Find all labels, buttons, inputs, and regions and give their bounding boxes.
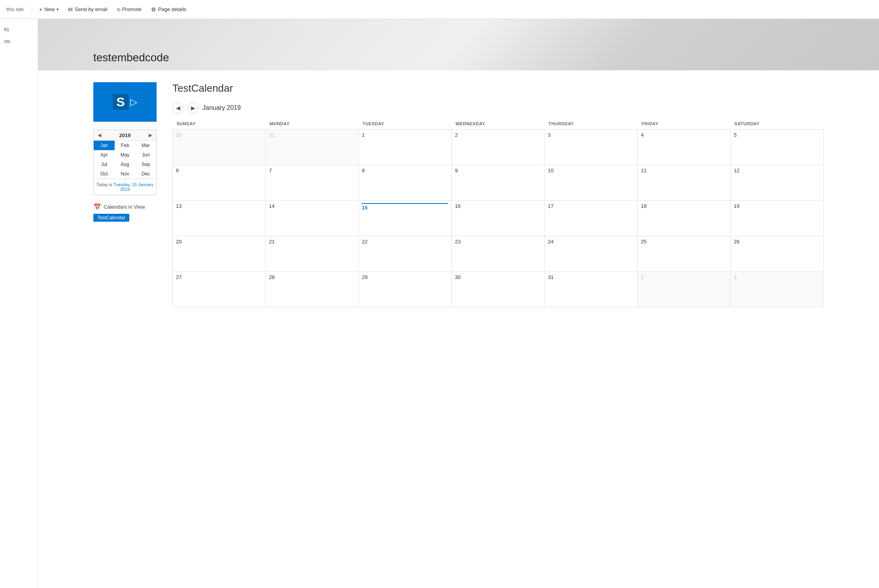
- cal-day-cell[interactable]: 29: [359, 272, 452, 307]
- cal-day-cell[interactable]: 18: [637, 201, 730, 236]
- today-link[interactable]: Tuesday, 15 January 2019: [113, 182, 154, 192]
- chevron-down-icon: ▾: [57, 7, 59, 11]
- calendar-nav: ◀ ▶ January 2019: [172, 102, 824, 113]
- cal-day-number: 31: [269, 132, 355, 138]
- col-saturday: SATURDAY: [730, 118, 823, 130]
- cal-day-number: 2: [734, 274, 820, 280]
- mini-calendar: ◀ 2019 ▶ Jan Feb Mar Apr May Jun Jul Aug…: [93, 130, 157, 195]
- sidebar-item-its[interactable]: Its: [0, 24, 38, 36]
- left-panel: S ▷ ◀ 2019 ▶ Jan Feb Mar Apr May: [93, 82, 157, 307]
- cal-day-cell[interactable]: 14: [266, 201, 359, 236]
- cal-day-cell[interactable]: 19: [730, 201, 823, 236]
- send-email-label: Send by email: [75, 6, 107, 12]
- cal-day-cell[interactable]: 26: [730, 236, 823, 272]
- cal-week-row: 272829303112: [173, 272, 824, 307]
- promote-icon: ⎋: [117, 6, 120, 13]
- right-panel: TestCalendar ◀ ▶ January 2019 SUNDAY MON…: [172, 82, 824, 307]
- cal-day-number: 30: [455, 274, 541, 280]
- toolbar-divider-1: [32, 6, 32, 13]
- cal-day-number: 29: [362, 274, 448, 280]
- site-name: this site: [6, 6, 24, 12]
- cal-day-cell[interactable]: 16: [452, 201, 544, 236]
- cal-day-cell[interactable]: 2: [730, 272, 823, 307]
- cal-day-number: 15: [362, 203, 448, 211]
- cal-day-cell[interactable]: 13: [173, 201, 266, 236]
- new-label: New: [44, 6, 55, 12]
- cal-day-cell[interactable]: 6: [173, 165, 266, 201]
- cal-next-button[interactable]: ▶: [187, 102, 198, 113]
- mini-cal-apr[interactable]: Apr: [94, 150, 115, 160]
- mini-cal-sep[interactable]: Sep: [135, 160, 156, 169]
- cal-day-cell[interactable]: 20: [173, 236, 266, 272]
- cal-day-number: 8: [362, 168, 448, 173]
- mini-cal-nov[interactable]: Nov: [115, 169, 136, 179]
- cal-day-cell[interactable]: 1: [637, 272, 730, 307]
- promote-label: Promote: [122, 6, 142, 12]
- sidebar-item-nts[interactable]: nts: [0, 36, 38, 47]
- cal-day-number: 26: [734, 239, 820, 245]
- mini-cal-dec[interactable]: Dec: [135, 169, 156, 179]
- mini-cal-may[interactable]: May: [115, 150, 136, 160]
- cal-day-cell[interactable]: 30: [452, 272, 544, 307]
- cal-day-cell[interactable]: 31: [544, 272, 637, 307]
- cal-day-number: 19: [734, 203, 820, 209]
- cal-day-number: 13: [176, 203, 262, 209]
- cal-day-cell[interactable]: 10: [544, 165, 637, 201]
- hero-banner: testembedcode: [38, 19, 879, 70]
- cal-prev-button[interactable]: ◀: [172, 102, 183, 113]
- test-calendar-badge[interactable]: TestCalendar: [93, 214, 129, 222]
- mini-cal-jul[interactable]: Jul: [94, 160, 115, 169]
- cal-day-cell[interactable]: 25: [637, 236, 730, 272]
- cal-day-number: 20: [176, 239, 262, 245]
- mini-cal-aug[interactable]: Aug: [115, 160, 136, 169]
- cal-day-number: 7: [269, 168, 355, 173]
- mini-cal-prev-btn[interactable]: ◀: [96, 132, 103, 139]
- cal-day-cell[interactable]: 21: [266, 236, 359, 272]
- cal-day-number: 12: [734, 168, 820, 173]
- new-button[interactable]: + New ▾: [35, 4, 62, 15]
- page-details-button[interactable]: ⚙ Page details: [147, 4, 191, 15]
- cal-day-cell[interactable]: 5: [730, 130, 823, 165]
- cal-day-cell[interactable]: 30: [173, 130, 266, 165]
- cal-day-number: 3: [548, 132, 634, 138]
- mini-cal-jan[interactable]: Jan: [94, 141, 115, 150]
- cal-day-cell[interactable]: 22: [359, 236, 452, 272]
- sp-arrow-icon: ▷: [130, 96, 137, 107]
- mini-cal-oct[interactable]: Oct: [94, 169, 115, 179]
- cal-day-cell[interactable]: 8: [359, 165, 452, 201]
- cal-day-number: 22: [362, 239, 448, 245]
- cal-day-cell[interactable]: 17: [544, 201, 637, 236]
- cal-day-number: 17: [548, 203, 634, 209]
- cal-week-row: 6789101112: [173, 165, 824, 201]
- cal-day-cell[interactable]: 23: [452, 236, 544, 272]
- main-content: testembedcode S ▷ ◀ 2019 ▶: [38, 19, 879, 588]
- cal-day-cell[interactable]: 15: [359, 201, 452, 236]
- cal-day-cell[interactable]: 12: [730, 165, 823, 201]
- promote-button[interactable]: ⎋ Promote: [113, 4, 146, 15]
- mini-cal-feb[interactable]: Feb: [115, 141, 136, 150]
- page-title: testembedcode: [93, 51, 169, 64]
- cal-day-number: 16: [455, 203, 541, 209]
- cal-day-cell[interactable]: 3: [544, 130, 637, 165]
- cal-day-cell[interactable]: 24: [544, 236, 637, 272]
- col-thursday: THURSDAY: [544, 118, 637, 130]
- cal-day-cell[interactable]: 11: [637, 165, 730, 201]
- mini-cal-next-btn[interactable]: ▶: [147, 132, 154, 139]
- cal-week-row: 20212223242526: [173, 236, 824, 272]
- cal-day-cell[interactable]: 27: [173, 272, 266, 307]
- cal-day-cell[interactable]: 9: [452, 165, 544, 201]
- cal-day-cell[interactable]: 31: [266, 130, 359, 165]
- cal-day-cell[interactable]: 28: [266, 272, 359, 307]
- mini-cal-jun[interactable]: Jun: [135, 150, 156, 160]
- mini-cal-months: Jan Feb Mar Apr May Jun Jul Aug Sep Oct …: [94, 141, 156, 179]
- cal-day-cell[interactable]: 4: [637, 130, 730, 165]
- calendar-title: TestCalendar: [172, 82, 824, 94]
- cal-day-cell[interactable]: 7: [266, 165, 359, 201]
- cal-day-cell[interactable]: 2: [452, 130, 544, 165]
- cal-day-cell[interactable]: 1: [359, 130, 452, 165]
- sp-s-letter: S: [113, 94, 129, 110]
- col-friday: FRIDAY: [637, 118, 730, 130]
- cal-day-number: 18: [641, 203, 727, 209]
- mini-cal-mar[interactable]: Mar: [135, 141, 156, 150]
- send-email-button[interactable]: ✉ Send by email: [64, 4, 111, 15]
